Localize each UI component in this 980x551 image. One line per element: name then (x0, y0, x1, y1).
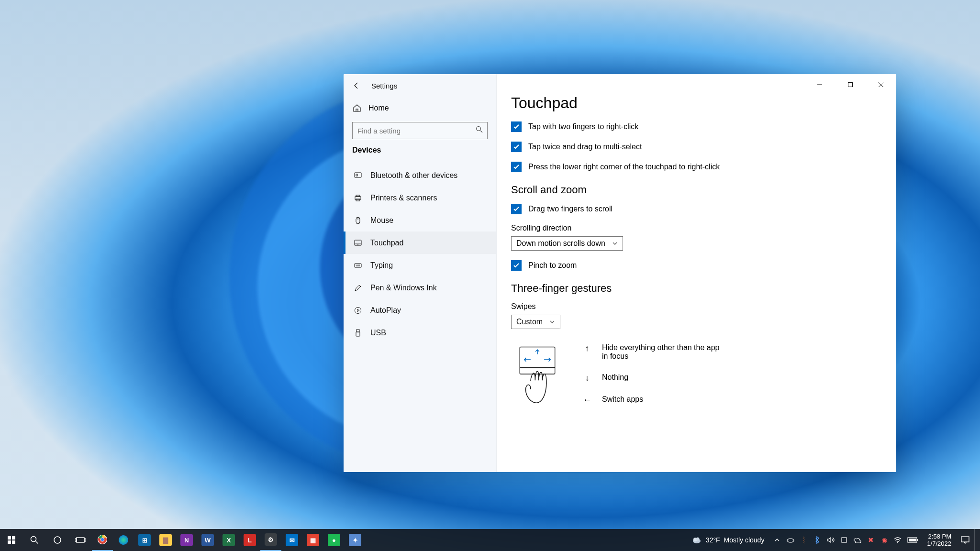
svg-rect-21 (75, 539, 77, 541)
checkbox-press-corner[interactable]: Press the lower right corner of the touc… (511, 162, 880, 172)
clock-time: 2:58 PM (928, 533, 951, 540)
start-button[interactable] (0, 529, 23, 551)
dropdown-value: Down motion scrolls down (516, 239, 605, 248)
taskbar-app-spotify[interactable]: ● (323, 529, 345, 551)
taskbar-app-settings[interactable]: ⚙ (260, 529, 281, 551)
window-controls (804, 74, 896, 95)
taskbar-app-excel[interactable]: X (218, 529, 239, 551)
taskbar-app-chrome[interactable] (92, 529, 113, 551)
checkbox-tap-twice-drag[interactable]: Tap twice and drag to multi-select (511, 142, 880, 152)
sidebar-item-pen[interactable]: Pen & Windows Ink (344, 276, 496, 299)
svg-rect-2 (356, 174, 357, 176)
checkbox-pinch-zoom[interactable]: Pinch to zoom (511, 260, 880, 271)
todoist-icon: ▦ (307, 534, 319, 546)
sidebar-item-label: Typing (370, 261, 393, 270)
search-icon (476, 126, 483, 133)
taskbar-app-mail[interactable]: ✉ (281, 529, 302, 551)
taskbar-app-edge[interactable] (113, 529, 134, 551)
svg-rect-32 (842, 538, 846, 542)
gesture-down-label: Nothing (602, 373, 628, 382)
checkbox-drag-two-scroll[interactable]: Drag two fingers to scroll (511, 204, 880, 214)
mail-icon: ✉ (286, 534, 298, 546)
taskbar-app-store[interactable]: ⊞ (134, 529, 155, 551)
titlebar: Settings (344, 74, 496, 97)
touchpad-gesture-icon (511, 343, 564, 420)
tray-volume-icon[interactable] (824, 529, 837, 551)
gesture-down: ↓ Nothing (583, 373, 726, 383)
svg-rect-37 (961, 537, 969, 542)
search-button[interactable] (23, 529, 46, 551)
settings-icon: ⚙ (265, 533, 277, 546)
taskbar-app-lastpass[interactable]: L (239, 529, 260, 551)
usb-icon (353, 328, 363, 338)
sidebar-item-printers[interactable]: Printers & scanners (344, 187, 496, 209)
weather-widget[interactable]: 32°F Mostly cloudy (686, 529, 770, 551)
taskbar-app-teams[interactable]: ✦ (345, 529, 366, 551)
clock[interactable]: 2:58 PM 1/7/2022 (922, 529, 956, 551)
cortana-button[interactable] (46, 529, 69, 551)
tray-cloud-icon[interactable] (851, 529, 864, 551)
mouse-icon (353, 216, 363, 225)
sidebar-item-touchpad[interactable]: Touchpad (344, 231, 496, 254)
svg-rect-16 (8, 540, 11, 544)
dropdown-value: Custom (516, 318, 543, 326)
arrow-down-icon: ↓ (583, 373, 591, 383)
checkbox-tap-two-right-click[interactable]: Tap with two fingers to right-click (511, 121, 880, 132)
tray-bluetooth-icon[interactable] (811, 529, 824, 551)
svg-rect-15 (12, 536, 15, 540)
sidebar-item-label: Touchpad (370, 239, 403, 247)
close-button[interactable] (866, 74, 896, 95)
minimize-button[interactable] (804, 74, 835, 95)
lastpass-icon: L (244, 534, 256, 546)
tray-wifi-icon[interactable] (891, 529, 904, 551)
taskbar-app-onenote[interactable]: N (176, 529, 197, 551)
sidebar-item-autoplay[interactable]: AutoPlay (344, 299, 496, 321)
sidebar-item-mouse[interactable]: Mouse (344, 209, 496, 231)
touchpad-icon (353, 238, 363, 248)
maximize-button[interactable] (835, 74, 866, 95)
sidebar-item-typing[interactable]: Typing (344, 254, 496, 276)
tray-onedrive-icon[interactable] (784, 529, 797, 551)
svg-rect-17 (12, 540, 15, 544)
sidebar-item-label: Mouse (370, 216, 393, 225)
svg-rect-10 (356, 330, 359, 332)
sidebar-item-usb[interactable]: USB (344, 321, 496, 344)
sidebar-home[interactable]: Home (344, 97, 496, 119)
svg-point-19 (54, 537, 61, 543)
swipes-dropdown[interactable]: Custom (511, 315, 560, 329)
checkmark-icon (511, 162, 522, 172)
taskbar-app-explorer[interactable]: ▇ (155, 529, 176, 551)
chrome-icon (96, 533, 109, 546)
task-view-button[interactable] (69, 529, 92, 551)
tray-status-red-icon[interactable]: ✖ (865, 529, 877, 551)
checkbox-label: Press the lower right corner of the touc… (528, 163, 720, 171)
scrolling-direction-label: Scrolling direction (511, 224, 880, 232)
svg-point-27 (119, 535, 128, 545)
gesture-diagram-area: ↑ Hide everything other than the app in … (511, 343, 880, 420)
gesture-up: ↑ Hide everything other than the app in … (583, 343, 726, 361)
sidebar-item-bluetooth[interactable]: Bluetooth & other devices (344, 164, 496, 187)
svg-point-30 (696, 538, 699, 541)
svg-rect-1 (355, 173, 361, 177)
tray-battery-icon[interactable] (905, 529, 921, 551)
scrolling-direction-dropdown[interactable]: Down motion scrolls down (511, 236, 623, 251)
taskbar-app-todoist[interactable]: ▦ (302, 529, 323, 551)
action-center-button[interactable] (957, 529, 973, 551)
word-icon: W (201, 534, 214, 546)
gesture-left-label: Switch apps (602, 395, 643, 404)
weather-text: Mostly cloudy (724, 536, 765, 544)
taskbar-app-word[interactable]: W (197, 529, 218, 551)
checkbox-label: Tap twice and drag to multi-select (528, 143, 642, 151)
back-button[interactable] (350, 79, 363, 92)
tray-chevron-up-icon[interactable] (771, 529, 783, 551)
checkbox-label: Pinch to zoom (528, 261, 577, 270)
settings-sidebar: Settings Home Devices Bluetooth & other … (344, 74, 497, 472)
search-input[interactable] (352, 122, 488, 139)
gesture-up-label: Hide everything other than the app in fo… (602, 343, 726, 361)
tray-security-icon[interactable]: ◉ (878, 529, 891, 551)
show-desktop-button[interactable] (974, 529, 979, 551)
tray-app-icon[interactable] (838, 529, 850, 551)
cloud-icon (691, 536, 702, 544)
excel-icon: X (223, 534, 235, 546)
tray-wave-icon[interactable]: ⦚ (798, 529, 810, 551)
